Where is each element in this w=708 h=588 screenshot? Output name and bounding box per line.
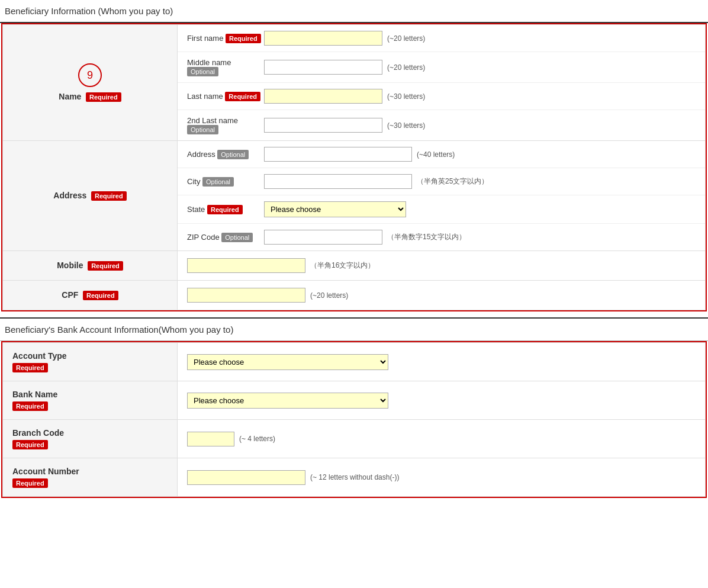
city-optional-badge: Optional — [202, 177, 234, 187]
cpf-row: CPF Required (~20 letters) — [3, 281, 706, 310]
branch-code-content-cell: (~ 4 letters) — [178, 420, 706, 458]
bank-section: Account Type Required Please choose Bank… — [1, 341, 707, 498]
city-label: City Optional — [187, 177, 264, 187]
address-label-cell: Address Required — [3, 141, 178, 251]
account-type-required-badge: Required — [12, 363, 48, 372]
branch-code-input[interactable] — [187, 432, 234, 446]
state-label: State Required — [187, 205, 264, 214]
bank-name-content-cell: Please choose — [178, 381, 706, 420]
name-required-badge: Required — [86, 92, 121, 102]
last-name-input[interactable] — [264, 89, 382, 104]
address-input-wrap: (~40 letters) — [264, 147, 455, 162]
cpf-input-wrap: (~20 letters) — [187, 288, 696, 303]
last-name-input-wrap: (~30 letters) — [264, 89, 425, 104]
account-type-label: Account Type — [12, 351, 168, 361]
address-field-row: Address Optional (~40 letters) — [178, 141, 705, 168]
account-number-hint: (~ 12 letters without dash(-)) — [310, 473, 399, 481]
mobile-label-cell: Mobile Required — [3, 251, 178, 281]
mobile-hint: （半角16文字以内） — [310, 261, 375, 271]
first-name-input[interactable] — [264, 31, 382, 46]
zip-label: ZIP Code Optional — [187, 233, 264, 242]
state-required-badge: Required — [207, 205, 243, 214]
address-optional-badge: Optional — [217, 150, 249, 159]
cpf-label-cell: CPF Required — [3, 281, 178, 310]
first-name-label: First name Required — [187, 34, 264, 43]
address-input[interactable] — [264, 147, 412, 162]
second-last-name-input[interactable] — [264, 118, 382, 133]
account-type-select[interactable]: Please choose — [187, 354, 388, 370]
account-number-required-badge: Required — [12, 478, 48, 488]
branch-code-row: Branch Code Required (~ 4 letters) — [3, 420, 706, 458]
middle-name-badge: Optional — [187, 67, 218, 76]
branch-code-label-cell: Branch Code Required — [3, 420, 178, 458]
mobile-required-badge: Required — [88, 261, 123, 271]
state-input-wrap: Please choose — [264, 201, 406, 217]
bank-name-required-badge: Required — [12, 401, 48, 411]
address-hint: (~40 letters) — [417, 150, 455, 159]
address-field-label: Address — [53, 191, 86, 200]
cpf-content-cell: (~20 letters) — [178, 281, 706, 310]
page-title: Beneficiary Information (Whom you pay to… — [0, 0, 708, 23]
middle-name-row: Middle name Optional (~20 letters) — [178, 52, 705, 83]
name-field-label: Name — [59, 92, 81, 101]
first-name-row: First name Required (~20 letters) — [178, 25, 705, 52]
city-input[interactable] — [264, 174, 412, 189]
middle-name-input-wrap: (~20 letters) — [264, 60, 425, 75]
zip-field-row: ZIP Code Optional （半角数字15文字以内） — [178, 224, 705, 250]
first-name-badge: Required — [226, 34, 261, 43]
middle-name-hint: (~20 letters) — [387, 63, 425, 72]
mobile-input[interactable] — [187, 258, 305, 273]
branch-code-input-wrap: (~ 4 letters) — [187, 432, 696, 446]
mobile-row: Mobile Required （半角16文字以内） — [3, 251, 706, 281]
second-last-name-badge: Optional — [187, 125, 218, 134]
name-row: 9 Name Required First name Required (~20… — [3, 25, 706, 141]
account-number-row: Account Number Required (~ 12 letters wi… — [3, 458, 706, 497]
bank-section-title: Beneficiary's Bank Account Information(W… — [0, 317, 708, 341]
bank-name-label: Bank Name — [12, 390, 168, 399]
middle-name-label: Middle name Optional — [187, 58, 264, 76]
branch-code-hint: (~ 4 letters) — [239, 435, 275, 443]
middle-name-input[interactable] — [264, 60, 382, 75]
account-number-label: Account Number — [12, 467, 168, 476]
second-last-name-input-wrap: (~30 letters) — [264, 118, 425, 133]
second-last-name-label: 2nd Last name Optional — [187, 116, 264, 134]
account-number-content-cell: (~ 12 letters without dash(-)) — [178, 458, 706, 497]
zip-input[interactable] — [264, 230, 382, 245]
cpf-input[interactable] — [187, 288, 305, 303]
address-row: Address Required Address Optional (~40 l… — [3, 141, 706, 251]
first-name-hint: (~20 letters) — [387, 34, 425, 43]
branch-code-label: Branch Code — [12, 428, 168, 438]
last-name-row: Last name Required (~30 letters) — [178, 83, 705, 110]
bank-name-select[interactable]: Please choose — [187, 393, 388, 409]
account-type-row: Account Type Required Please choose — [3, 343, 706, 381]
account-type-label-cell: Account Type Required — [3, 343, 178, 381]
address-required-badge: Required — [91, 191, 127, 201]
last-name-label: Last name Required — [187, 92, 264, 101]
state-select[interactable]: Please choose — [264, 201, 406, 217]
last-name-hint: (~30 letters) — [387, 92, 425, 101]
last-name-badge: Required — [225, 92, 260, 101]
cpf-required-badge: Required — [83, 291, 118, 300]
second-last-name-row: 2nd Last name Optional (~30 letters) — [178, 110, 705, 140]
second-last-name-hint: (~30 letters) — [387, 121, 425, 130]
account-number-input-wrap: (~ 12 letters without dash(-)) — [187, 470, 696, 485]
address-content-cell: Address Optional (~40 letters) City Opti… — [178, 141, 706, 251]
bank-name-row: Bank Name Required Please choose — [3, 381, 706, 420]
branch-code-required-badge: Required — [12, 440, 48, 449]
beneficiary-section: 9 Name Required First name Required (~20… — [1, 23, 707, 311]
city-hint: （半角英25文字以内） — [417, 176, 488, 187]
zip-input-wrap: （半角数字15文字以内） — [264, 230, 466, 245]
mobile-content-cell: （半角16文字以内） — [178, 251, 706, 281]
city-input-wrap: （半角英25文字以内） — [264, 174, 488, 189]
bank-name-label-cell: Bank Name Required — [3, 381, 178, 420]
city-field-row: City Optional （半角英25文字以内） — [178, 168, 705, 195]
state-field-row: State Required Please choose — [178, 195, 705, 224]
name-label-cell: 9 Name Required — [3, 25, 178, 141]
address-field-label-text: Address Optional — [187, 150, 264, 159]
mobile-field-label: Mobile — [57, 261, 83, 270]
account-number-input[interactable] — [187, 470, 305, 485]
account-type-content-cell: Please choose — [178, 343, 706, 381]
first-name-input-wrap: (~20 letters) — [264, 31, 425, 46]
cpf-field-label: CPF — [62, 290, 78, 300]
zip-hint: （半角数字15文字以内） — [387, 232, 466, 242]
